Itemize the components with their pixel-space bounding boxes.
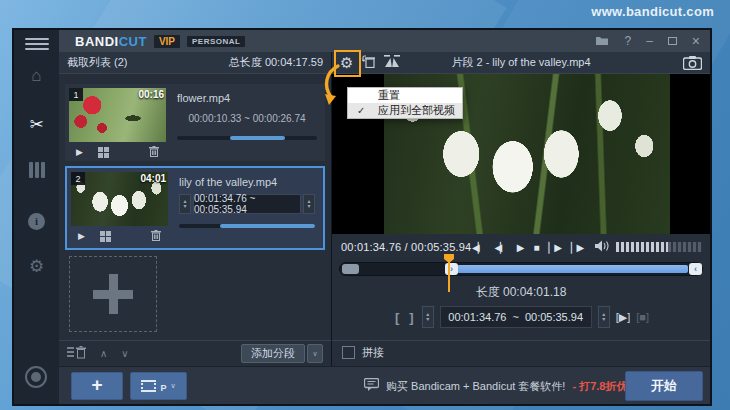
cut-scissors-icon[interactable]: ✂: [14, 114, 59, 135]
clip1-thumbnail-area: 1 00:16 ▶: [69, 88, 166, 162]
clip2-filename: lily of the valley.mp4: [179, 176, 315, 188]
snapshot-camera-icon[interactable]: [683, 56, 702, 70]
current-time-display: 00:01:34.76 / 00:05:35.94: [341, 241, 471, 253]
home-icon[interactable]: ⌂: [14, 66, 59, 86]
menu-item-apply-all[interactable]: ✓ 应用到全部视频: [348, 103, 462, 118]
preset-button[interactable]: P ∨: [130, 372, 187, 400]
clip1-progress-fill: [230, 136, 285, 140]
hamburger-menu-icon[interactable]: [25, 38, 49, 52]
open-folder-icon[interactable]: [595, 35, 609, 48]
clip2-duration-badge: 04:01: [140, 173, 166, 184]
personal-badge: PERSONAL: [187, 36, 245, 47]
clip2-start-spinner[interactable]: ▴▾: [179, 194, 191, 214]
timeline-end-handle[interactable]: ‹: [689, 263, 702, 275]
segment-time-input[interactable]: 00:01:34.76 ~ 00:05:35.94: [440, 306, 592, 328]
trim-cut-icon[interactable]: [384, 55, 400, 70]
clip2-thumbnail-area: 2 04:01 ▶: [71, 172, 168, 246]
minimize-icon[interactable]: –: [646, 35, 653, 47]
segment-settings-gear-icon[interactable]: ⚙: [340, 54, 353, 72]
clip1-toolbar: ▶: [69, 142, 166, 162]
clip2-scenes-grid-icon[interactable]: [100, 231, 111, 242]
add-segment-dropdown-icon[interactable]: ∨: [307, 344, 323, 363]
add-segment-button[interactable]: 添加分段: [241, 344, 305, 363]
next-frame-icon[interactable]: ▏▶: [571, 242, 582, 253]
close-icon[interactable]: ×: [692, 34, 700, 48]
speaker-icon[interactable]: [595, 238, 610, 256]
promo-banner[interactable]: 购买 Bandicam + Bandicut 套餐软件! - 打7.8折优惠: [364, 367, 638, 405]
clip2-index-badge: 2: [71, 172, 85, 185]
start-time-spinner[interactable]: ▴▾: [422, 306, 434, 328]
clear-list-icon[interactable]: [67, 345, 86, 363]
clip1-info: flower.mp4 00:00:10.33 ~ 00:00:26.74: [177, 92, 317, 140]
clip1-duration-badge: 00:16: [138, 89, 164, 100]
film-icon: [141, 380, 156, 392]
set-end-bracket-button[interactable]: ]: [407, 310, 415, 325]
maximize-icon[interactable]: [668, 35, 677, 47]
preview-header-icons: ⚙: [340, 54, 400, 72]
stop-icon[interactable]: ■: [533, 242, 537, 253]
clip1-play-icon[interactable]: ▶: [76, 147, 83, 157]
join-checkbox[interactable]: [342, 346, 355, 359]
info-icon[interactable]: i: [14, 210, 59, 230]
clip2-info: lily of the valley.mp4 ▴▾ 00:01:34.76 ~ …: [179, 176, 315, 228]
clip1-progress-track: [177, 136, 317, 140]
delete-segment-icon[interactable]: [362, 55, 375, 70]
sidebar: ⌂ ✂ i ⚙: [14, 30, 59, 404]
join-icon[interactable]: [14, 162, 59, 183]
segment-length-label: 长度 00:04:01.18: [332, 284, 710, 301]
titlebar[interactable]: BANDICUT VIP PERSONAL ? – ×: [59, 30, 710, 52]
join-bars-icon: [29, 162, 45, 178]
move-up-icon[interactable]: ∧: [100, 348, 107, 359]
join-label: 拼接: [362, 345, 384, 360]
clip1-index-badge: 1: [69, 88, 83, 101]
info-circle-icon: i: [28, 213, 45, 230]
add-video-dropzone[interactable]: [69, 256, 157, 332]
clip2-progress-track: [179, 224, 315, 228]
transport-buttons: ◀▏ ◀▏ ▶ ■ ▏▶ ▏▶: [472, 242, 582, 253]
join-row: 拼接: [332, 340, 710, 364]
set-start-bracket-button[interactable]: [: [393, 310, 401, 325]
record-icon[interactable]: [25, 366, 47, 388]
watermark-url: www.bandicut.com: [591, 4, 714, 19]
bottom-bar: + P ∨ 购买 Bandicam + Bandicut 套餐软件! - 打7.…: [59, 366, 710, 404]
clip-item-2[interactable]: 2 04:01 ▶ lily of the valley.mp4 ▴▾: [65, 166, 325, 250]
settings-gear-icon[interactable]: ⚙: [14, 256, 59, 277]
volume-slider[interactable]: [616, 242, 702, 252]
prev-frame-icon[interactable]: ◀▏: [472, 242, 483, 253]
gear-dropdown-menu: 重置 ✓ 应用到全部视频: [347, 87, 463, 119]
add-segment-group: 添加分段 ∨: [241, 344, 323, 363]
timeline-track[interactable]: › ‹: [339, 262, 703, 276]
clip2-range-input-row: ▴▾ 00:01:34.76 ~ 00:05:35.94 ▴▾: [179, 194, 315, 214]
play-section-button[interactable]: [▶]: [616, 311, 631, 324]
clip1-delete-icon[interactable]: [149, 143, 159, 161]
segment-start-time: 00:01:34.76: [448, 311, 506, 323]
clip2-time-range-input[interactable]: 00:01:34.76 ~ 00:05:35.94: [193, 194, 301, 214]
play-icon[interactable]: ▶: [517, 242, 523, 253]
start-button[interactable]: 开始: [625, 371, 703, 401]
clip2-end-spinner[interactable]: ▴▾: [303, 194, 315, 214]
end-time-spinner[interactable]: ▴▾: [598, 306, 610, 328]
vip-badge: VIP: [154, 35, 180, 48]
add-file-button[interactable]: +: [71, 372, 123, 400]
promo-text: 购买 Bandicam + Bandicut 套餐软件!: [386, 379, 565, 394]
checkmark-icon: ✓: [357, 105, 365, 116]
preset-p-label: P: [160, 383, 166, 393]
step-forward-icon[interactable]: ▏▶: [549, 242, 560, 253]
clip2-play-icon[interactable]: ▶: [78, 231, 85, 241]
move-down-icon[interactable]: ∨: [121, 348, 128, 359]
clip1-scenes-grid-icon[interactable]: [98, 147, 109, 158]
preset-chevron-icon: ∨: [170, 382, 175, 390]
clip-list-panel: 截取列表 (2) 总长度 00:04:17.59 1 00:16 ▶: [59, 52, 332, 366]
timeline-start-handle[interactable]: ›: [445, 263, 458, 275]
timeline-seek-thumb[interactable]: [342, 264, 359, 274]
app-window: ⌂ ✂ i ⚙ BANDICUT VIP PERSONAL ? –: [12, 28, 712, 406]
clip2-delete-icon[interactable]: [151, 227, 161, 245]
menu-item-reset[interactable]: 重置: [348, 88, 462, 103]
help-icon[interactable]: ?: [624, 35, 631, 47]
clip-item-1[interactable]: 1 00:16 ▶ flower.mp4 00:00:10.33 ~ 00:00…: [65, 84, 325, 161]
segment-end-time: 00:05:35.94: [525, 311, 583, 323]
clip2-thumbnail[interactable]: 2 04:01: [71, 172, 168, 226]
step-back-icon[interactable]: ◀▏: [494, 242, 505, 253]
clip2-progress-fill: [220, 224, 315, 228]
clip1-thumbnail[interactable]: 1 00:16: [69, 88, 166, 142]
